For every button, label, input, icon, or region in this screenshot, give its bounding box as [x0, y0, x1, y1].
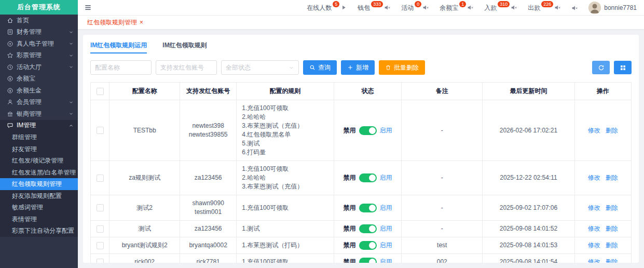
chevron-down-icon: [68, 41, 74, 46]
column-header-0: 配置名称: [109, 83, 180, 100]
cell-accounts: newtest398newtest39855: [180, 100, 236, 161]
sidebar-subitem-6[interactable]: 敏感词管理: [0, 202, 78, 213]
cell-rules: 1.布莱恩测试（打码）: [237, 237, 334, 254]
cell-actions: 修改删除: [574, 221, 631, 237]
search-button[interactable]: 查询: [303, 60, 337, 75]
user-menu[interactable]: bonnie7781: [588, 2, 637, 14]
delete-link[interactable]: 删除: [606, 258, 618, 263]
sidebar-subitem-1[interactable]: 好友管理: [0, 143, 78, 155]
sidebar-submenu: 群组管理好友管理红包发/领记录管理红包发送黑/白名单管理红包领取规则管理好友添加…: [0, 131, 78, 237]
sidebar-item-9[interactable]: IM管理: [0, 120, 78, 132]
hamburger-menu-icon[interactable]: [84, 4, 92, 11]
delete-link[interactable]: 删除: [606, 225, 618, 232]
delete-link[interactable]: 删除: [606, 174, 618, 181]
status-toggle[interactable]: [359, 173, 377, 182]
sidebar-subitem-8[interactable]: 彩票下注自动分享配置: [0, 225, 78, 237]
mute-all-button[interactable]: [571, 4, 578, 11]
tab-0[interactable]: IM红包领取规则运用: [90, 41, 147, 53]
row-checkbox[interactable]: [97, 225, 104, 233]
chevron-down-icon: [68, 53, 74, 58]
select-all-checkbox[interactable]: [97, 88, 104, 95]
topbar-stat-2[interactable]: 活动0: [401, 3, 429, 12]
status-enabled-label[interactable]: 启用: [380, 258, 392, 263]
avatar-person-icon: [588, 2, 601, 14]
status-enabled-label[interactable]: 启用: [380, 126, 392, 135]
edit-link[interactable]: 修改: [588, 225, 600, 232]
column-layout-button[interactable]: [614, 61, 632, 74]
sidebar-item-1[interactable]: 财务管理: [0, 26, 78, 38]
stat-label: 钱包: [358, 3, 370, 12]
config-name-input[interactable]: [90, 60, 152, 75]
status-enabled-label[interactable]: 启用: [380, 173, 392, 182]
sidebar-item-0[interactable]: 首页: [0, 15, 78, 26]
sidebar-subitem-2[interactable]: 红包发/领记录管理: [0, 155, 78, 167]
batch-delete-button[interactable]: 批量删除: [379, 60, 425, 75]
cell-rules: 1.测试: [237, 221, 334, 237]
delete-link[interactable]: 删除: [606, 127, 618, 134]
topbar-stat-3[interactable]: 余额宝1: [440, 3, 474, 12]
avatar: [588, 2, 601, 14]
edit-link[interactable]: 修改: [588, 127, 600, 134]
speaker-muted-icon: [384, 4, 391, 11]
status-enabled-label[interactable]: 启用: [380, 204, 392, 212]
edit-link[interactable]: 修改: [588, 242, 600, 249]
status-toggle[interactable]: [359, 204, 377, 212]
row-checkbox[interactable]: [97, 259, 104, 263]
im-icon: [7, 122, 13, 129]
row-checkbox[interactable]: [97, 127, 104, 134]
status-toggle[interactable]: [359, 224, 377, 233]
edit-link[interactable]: 修改: [588, 258, 600, 263]
row-checkbox[interactable]: [97, 204, 104, 211]
sidebar-item-2[interactable]: 真人电子管理: [0, 38, 78, 50]
cell-name: TESTbb: [109, 100, 180, 161]
table-row: rick002rick77811.充值100可领取禁用启用0022025-09-…: [91, 254, 632, 263]
topbar-stat-4[interactable]: 入款310: [484, 3, 517, 12]
cell-status: 禁用启用: [334, 195, 401, 221]
speaker-muted-icon: [467, 4, 474, 11]
status-disabled-label: 禁用: [344, 173, 356, 182]
cell-status: 禁用启用: [334, 161, 401, 195]
sidebar-subitem-0[interactable]: 群组管理: [0, 131, 78, 143]
delete-link[interactable]: 删除: [606, 204, 618, 211]
column-header-5: 最后更新时间: [483, 83, 574, 100]
cell-status: 禁用启用: [334, 221, 401, 237]
refresh-button[interactable]: [592, 61, 610, 74]
sidebar-item-5[interactable]: 余额宝: [0, 73, 78, 85]
account-input[interactable]: [156, 60, 217, 75]
cell-checkbox: [91, 221, 109, 237]
row-checkbox[interactable]: [97, 242, 104, 249]
status-enabled-label[interactable]: 启用: [380, 241, 392, 250]
sidebar-subitem-5[interactable]: 好友添加规则配置: [0, 190, 78, 202]
cell-actions: 修改删除: [574, 100, 631, 161]
status-select[interactable]: 全部状态: [221, 60, 299, 75]
sidebar-nav: 首页财务管理真人电子管理彩票管理活动大厅余额宝余额生金会员管理银商管理IM管理群…: [0, 15, 78, 237]
status-toggle[interactable]: [359, 126, 377, 135]
status-toggle[interactable]: [359, 258, 377, 263]
topbar-stat-0[interactable]: 在线人数5: [307, 3, 347, 12]
add-button[interactable]: 新增: [341, 60, 375, 75]
speaker-muted-icon: [511, 4, 517, 11]
row-checkbox[interactable]: [97, 175, 104, 182]
cell-checkbox: [91, 161, 109, 195]
topbar-stat-5[interactable]: 出款226: [528, 3, 561, 12]
casino-icon: [7, 41, 13, 47]
status-enabled-label[interactable]: 启用: [380, 224, 392, 233]
sidebar-subitem-7[interactable]: 表情管理: [0, 213, 78, 225]
sidebar-item-3[interactable]: 彩票管理: [0, 50, 78, 62]
sidebar-item-7[interactable]: 会员管理: [0, 97, 78, 109]
topbar-stat-1[interactable]: 钱包333: [358, 3, 391, 12]
tag-active-page[interactable]: 红包领取规则管理 ×: [87, 18, 143, 27]
status-toggle[interactable]: [359, 241, 377, 250]
sidebar-item-label: 会员管理: [17, 98, 65, 106]
edit-link[interactable]: 修改: [588, 174, 600, 181]
sidebar-item-6[interactable]: 余额生金: [0, 85, 78, 97]
delete-link[interactable]: 删除: [606, 242, 618, 249]
sidebar-subitem-4[interactable]: 红包领取规则管理: [0, 178, 78, 190]
select-all-cell: [91, 83, 109, 100]
tab-1[interactable]: IM红包领取规则: [162, 41, 207, 53]
edit-link[interactable]: 修改: [588, 204, 600, 211]
close-icon[interactable]: ×: [140, 19, 143, 26]
sidebar-item-4[interactable]: 活动大厅: [0, 61, 78, 73]
sidebar-item-8[interactable]: 银商管理: [0, 108, 78, 120]
sidebar-subitem-3[interactable]: 红包发送黑/白名单管理: [0, 167, 78, 179]
